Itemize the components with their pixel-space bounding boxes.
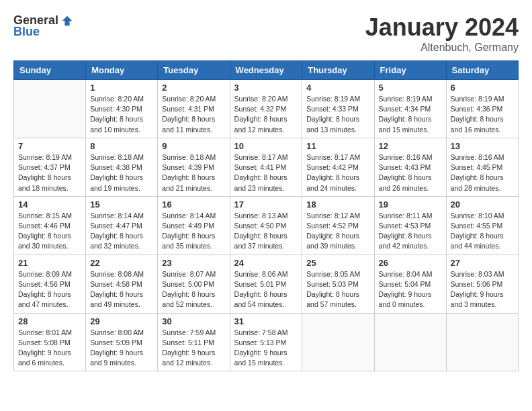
day-number: 30 (162, 316, 225, 326)
calendar-week-2: 7Sunrise: 8:19 AMSunset: 4:37 PMDaylight… (14, 138, 519, 196)
calendar-cell: 4Sunrise: 8:19 AMSunset: 4:33 PMDaylight… (302, 80, 374, 138)
calendar-cell: 5Sunrise: 8:19 AMSunset: 4:34 PMDaylight… (374, 80, 446, 138)
day-info: Sunrise: 8:00 AMSunset: 5:09 PMDaylight:… (90, 328, 153, 369)
calendar-cell: 8Sunrise: 8:18 AMSunset: 4:38 PMDaylight… (86, 138, 158, 196)
weekday-header-tuesday: Tuesday (158, 61, 230, 80)
day-number: 9 (162, 141, 225, 151)
day-info: Sunrise: 8:03 AMSunset: 5:06 PMDaylight:… (451, 269, 514, 310)
day-info: Sunrise: 8:19 AMSunset: 4:36 PMDaylight:… (451, 94, 514, 135)
day-info: Sunrise: 8:16 AMSunset: 4:43 PMDaylight:… (379, 152, 442, 193)
day-number: 23 (162, 258, 225, 268)
day-info: Sunrise: 8:12 AMSunset: 4:52 PMDaylight:… (306, 211, 369, 252)
calendar-cell: 22Sunrise: 8:08 AMSunset: 4:58 PMDayligh… (86, 255, 158, 313)
day-info: Sunrise: 8:17 AMSunset: 4:41 PMDaylight:… (234, 152, 298, 193)
day-number: 22 (90, 258, 153, 268)
calendar-cell: 28Sunrise: 8:01 AMSunset: 5:08 PMDayligh… (14, 313, 86, 371)
day-number: 14 (18, 199, 81, 210)
day-number: 5 (379, 83, 442, 93)
day-info: Sunrise: 8:20 AMSunset: 4:31 PMDaylight:… (162, 94, 225, 135)
day-number: 28 (18, 316, 81, 326)
day-number: 7 (18, 141, 81, 151)
calendar-cell: 20Sunrise: 8:10 AMSunset: 4:55 PMDayligh… (446, 196, 518, 255)
day-info: Sunrise: 8:19 AMSunset: 4:37 PMDaylight:… (18, 152, 81, 193)
month-title: January 2024 (365, 13, 519, 42)
calendar-cell: 16Sunrise: 8:14 AMSunset: 4:49 PMDayligh… (158, 196, 230, 255)
calendar-table: SundayMondayTuesdayWednesdayThursdayFrid… (13, 60, 519, 371)
day-number: 26 (379, 258, 442, 268)
day-number: 2 (162, 83, 225, 93)
calendar-cell: 24Sunrise: 8:06 AMSunset: 5:01 PMDayligh… (230, 255, 302, 313)
day-info: Sunrise: 8:04 AMSunset: 5:04 PMDaylight:… (379, 269, 442, 310)
calendar-cell: 10Sunrise: 8:17 AMSunset: 4:41 PMDayligh… (230, 138, 302, 196)
calendar-cell: 7Sunrise: 8:19 AMSunset: 4:37 PMDaylight… (14, 138, 86, 196)
calendar-cell: 3Sunrise: 8:20 AMSunset: 4:32 PMDaylight… (230, 80, 302, 138)
weekday-header-thursday: Thursday (302, 61, 374, 80)
day-number: 18 (306, 199, 369, 210)
day-info: Sunrise: 8:01 AMSunset: 5:08 PMDaylight:… (18, 328, 81, 369)
calendar-body: 1Sunrise: 8:20 AMSunset: 4:30 PMDaylight… (14, 80, 519, 371)
logo-blue-text: Blue (13, 25, 40, 39)
day-info: Sunrise: 7:59 AMSunset: 5:11 PMDaylight:… (162, 328, 225, 369)
svg-marker-0 (62, 15, 72, 25)
day-number: 24 (234, 258, 298, 268)
weekday-header-sunday: Sunday (14, 61, 86, 80)
calendar-week-1: 1Sunrise: 8:20 AMSunset: 4:30 PMDaylight… (14, 80, 519, 138)
calendar-cell: 26Sunrise: 8:04 AMSunset: 5:04 PMDayligh… (374, 255, 446, 313)
day-info: Sunrise: 8:14 AMSunset: 4:47 PMDaylight:… (90, 211, 153, 252)
calendar-cell (446, 313, 518, 371)
weekday-header-friday: Friday (374, 61, 446, 80)
calendar-cell: 19Sunrise: 8:11 AMSunset: 4:53 PMDayligh… (374, 196, 446, 255)
day-number: 3 (234, 83, 298, 93)
day-info: Sunrise: 8:06 AMSunset: 5:01 PMDaylight:… (234, 269, 298, 310)
calendar-cell: 13Sunrise: 8:16 AMSunset: 4:45 PMDayligh… (446, 138, 518, 196)
day-info: Sunrise: 8:20 AMSunset: 4:32 PMDaylight:… (234, 94, 298, 135)
calendar-cell: 14Sunrise: 8:15 AMSunset: 4:46 PMDayligh… (14, 196, 86, 255)
calendar-cell: 23Sunrise: 8:07 AMSunset: 5:00 PMDayligh… (158, 255, 230, 313)
day-info: Sunrise: 8:16 AMSunset: 4:45 PMDaylight:… (451, 152, 514, 193)
day-info: Sunrise: 8:07 AMSunset: 5:00 PMDaylight:… (162, 269, 225, 310)
day-info: Sunrise: 8:18 AMSunset: 4:38 PMDaylight:… (90, 152, 153, 193)
day-number: 21 (18, 258, 81, 268)
calendar-cell (374, 313, 446, 371)
day-info: Sunrise: 8:18 AMSunset: 4:39 PMDaylight:… (162, 152, 225, 193)
location: Altenbuch, Germany (365, 42, 519, 54)
calendar-week-4: 21Sunrise: 8:09 AMSunset: 4:56 PMDayligh… (14, 255, 519, 313)
calendar-week-5: 28Sunrise: 8:01 AMSunset: 5:08 PMDayligh… (14, 313, 519, 371)
day-info: Sunrise: 7:58 AMSunset: 5:13 PMDaylight:… (234, 328, 298, 369)
calendar-cell: 6Sunrise: 8:19 AMSunset: 4:36 PMDaylight… (446, 80, 518, 138)
day-info: Sunrise: 8:05 AMSunset: 5:03 PMDaylight:… (306, 269, 369, 310)
calendar-cell: 11Sunrise: 8:17 AMSunset: 4:42 PMDayligh… (302, 138, 374, 196)
calendar-cell: 21Sunrise: 8:09 AMSunset: 4:56 PMDayligh… (14, 255, 86, 313)
day-number: 29 (90, 316, 153, 326)
day-info: Sunrise: 8:10 AMSunset: 4:55 PMDaylight:… (451, 211, 514, 252)
day-info: Sunrise: 8:19 AMSunset: 4:33 PMDaylight:… (306, 94, 369, 135)
calendar-cell (302, 313, 374, 371)
calendar-cell: 15Sunrise: 8:14 AMSunset: 4:47 PMDayligh… (86, 196, 158, 255)
day-number: 1 (90, 83, 153, 93)
day-info: Sunrise: 8:20 AMSunset: 4:30 PMDaylight:… (90, 94, 153, 135)
day-number: 8 (90, 141, 153, 151)
weekday-header-saturday: Saturday (446, 61, 518, 80)
title-section: January 2024 Altenbuch, Germany (365, 13, 519, 54)
day-number: 12 (379, 141, 442, 151)
calendar-cell: 12Sunrise: 8:16 AMSunset: 4:43 PMDayligh… (374, 138, 446, 196)
calendar-cell: 25Sunrise: 8:05 AMSunset: 5:03 PMDayligh… (302, 255, 374, 313)
day-info: Sunrise: 8:13 AMSunset: 4:50 PMDaylight:… (234, 211, 298, 252)
day-info: Sunrise: 8:19 AMSunset: 4:34 PMDaylight:… (379, 94, 442, 135)
calendar-cell: 27Sunrise: 8:03 AMSunset: 5:06 PMDayligh… (446, 255, 518, 313)
calendar-cell: 1Sunrise: 8:20 AMSunset: 4:30 PMDaylight… (86, 80, 158, 138)
weekday-header-row: SundayMondayTuesdayWednesdayThursdayFrid… (14, 61, 519, 80)
weekday-header-wednesday: Wednesday (230, 61, 302, 80)
calendar-cell: 2Sunrise: 8:20 AMSunset: 4:31 PMDaylight… (158, 80, 230, 138)
logo: General Blue (13, 13, 73, 39)
calendar-cell: 18Sunrise: 8:12 AMSunset: 4:52 PMDayligh… (302, 196, 374, 255)
day-number: 25 (306, 258, 369, 268)
day-number: 6 (451, 83, 514, 93)
day-number: 13 (451, 141, 514, 151)
calendar-cell (14, 80, 86, 138)
day-info: Sunrise: 8:09 AMSunset: 4:56 PMDaylight:… (18, 269, 81, 310)
calendar-week-3: 14Sunrise: 8:15 AMSunset: 4:46 PMDayligh… (14, 196, 519, 255)
day-number: 17 (234, 199, 298, 210)
calendar-cell: 31Sunrise: 7:58 AMSunset: 5:13 PMDayligh… (230, 313, 302, 371)
page-header: General Blue January 2024 Altenbuch, Ger… (13, 13, 519, 54)
